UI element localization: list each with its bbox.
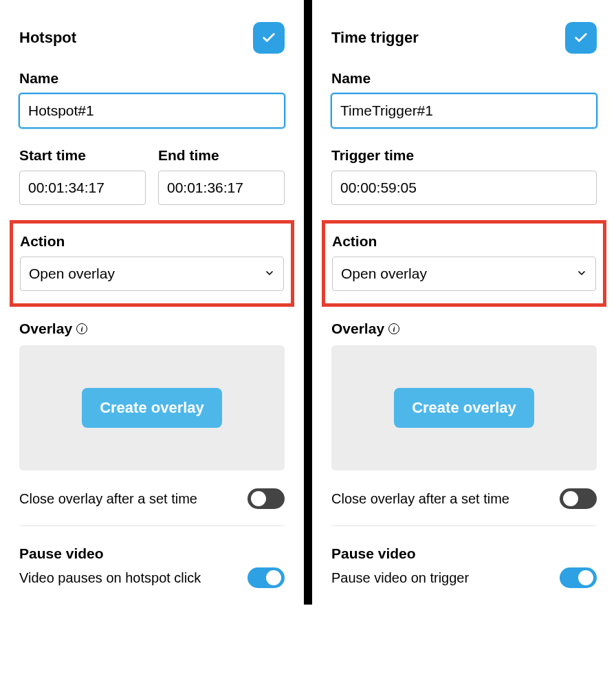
action-label: Action [20,233,284,250]
pause-desc: Pause video on trigger [331,569,560,587]
overlay-label: Overlay i [19,321,285,337]
pause-desc: Video pauses on hotspot click [19,569,248,587]
name-label: Name [331,70,597,87]
name-label: Name [19,70,285,87]
panel-divider [304,0,312,605]
check-icon [573,30,588,45]
action-select[interactable]: Open overlay [332,257,596,291]
overlay-area: Create overlay [331,345,597,470]
create-overlay-button[interactable]: Create overlay [82,388,222,428]
time-trigger-panel: Time trigger Name Trigger time Action Op… [312,0,616,605]
start-time-input[interactable] [19,171,146,205]
pause-video-toggle[interactable] [248,567,285,588]
panel-title: Hotspot [19,29,76,47]
name-input[interactable] [331,94,597,128]
close-overlay-toggle[interactable] [560,488,597,509]
action-value: Open overlay [341,265,427,282]
action-select[interactable]: Open overlay [20,257,284,291]
pause-heading: Pause video [331,545,597,562]
action-highlight: Action Open overlay [10,220,294,307]
close-overlay-label: Close overlay after a set time [331,490,560,508]
name-input[interactable] [19,94,285,128]
chevron-down-icon [264,265,275,282]
trigger-time-input[interactable] [331,171,597,205]
end-time-label: End time [158,147,285,164]
hotspot-panel: Hotspot Name Start time End time Action … [0,0,304,605]
action-highlight: Action Open overlay [322,220,606,307]
create-overlay-button[interactable]: Create overlay [394,388,534,428]
info-icon[interactable]: i [388,323,399,334]
start-time-label: Start time [19,147,146,164]
end-time-input[interactable] [158,171,285,205]
trigger-time-label: Trigger time [331,147,597,164]
close-overlay-label: Close overlay after a set time [19,490,248,508]
pause-heading: Pause video [19,545,285,562]
overlay-area: Create overlay [19,345,285,470]
check-icon [261,30,276,45]
confirm-button[interactable] [253,22,285,54]
chevron-down-icon [576,265,587,282]
panel-title: Time trigger [331,29,419,47]
overlay-label: Overlay i [331,321,597,337]
pause-video-toggle[interactable] [560,567,597,588]
close-overlay-toggle[interactable] [248,488,285,509]
confirm-button[interactable] [565,22,597,54]
info-icon[interactable]: i [76,323,87,334]
action-label: Action [332,233,596,250]
action-value: Open overlay [29,265,115,282]
